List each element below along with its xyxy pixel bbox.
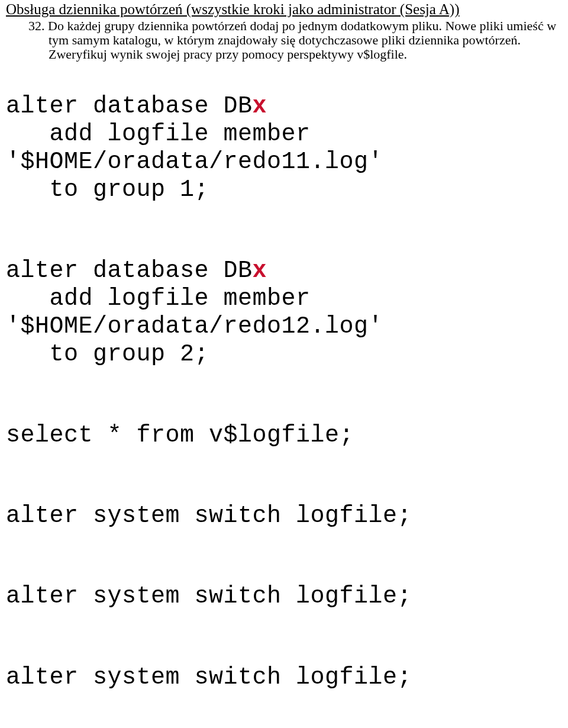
code-area: alter database DBx add logfile member '$…: [6, 65, 562, 728]
code-line: add logfile member: [6, 285, 311, 312]
code-line: to group 2;: [6, 341, 209, 368]
code-statement-1: alter database DBx add logfile member '$…: [6, 92, 562, 204]
code-statement-2: alter database DBx add logfile member '$…: [6, 257, 562, 369]
code-line: add logfile member: [6, 121, 311, 147]
placeholder-x: x: [253, 93, 267, 120]
code-statement-4: alter system switch logfile;: [6, 502, 562, 530]
code-line: '$HOME/oradata/redo11.log': [6, 149, 383, 175]
code-line: alter database DB: [6, 257, 253, 284]
code-line: '$HOME/oradata/redo12.log': [6, 313, 383, 340]
section-title: Obsługa dziennika powtórzeń (wszystkie k…: [6, 1, 562, 18]
code-line: alter database DB: [6, 93, 253, 120]
instruction-number: 32.: [28, 18, 45, 33]
instruction-text: Do każdej grupy dziennika powtórzeń doda…: [48, 18, 556, 62]
instruction-item: 32. Do każdej grupy dziennika powtórzeń …: [6, 19, 562, 62]
code-line: to group 1;: [6, 176, 209, 203]
code-statement-3: select * from v$logfile;: [6, 421, 562, 449]
code-statement-6: alter system switch logfile;: [6, 663, 562, 691]
placeholder-x: x: [253, 257, 267, 284]
code-statement-5: alter system switch logfile;: [6, 582, 562, 610]
